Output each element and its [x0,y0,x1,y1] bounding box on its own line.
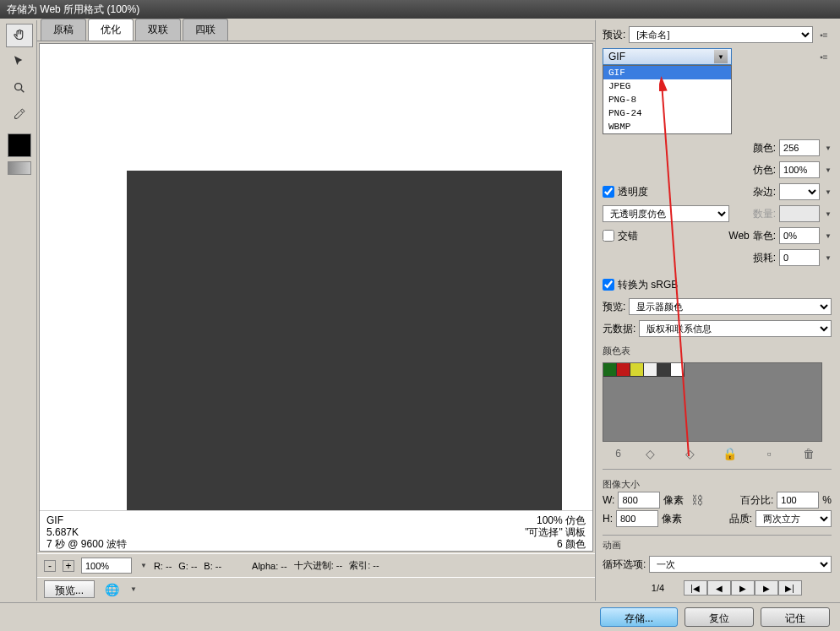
eyedropper-tool[interactable] [6,102,33,126]
info-colors: 6 颜色 [525,538,586,550]
dither-label: 仿色: [753,163,776,177]
interlace-checkbox[interactable]: 交错 [603,229,638,243]
info-time: 7 秒 @ 9600 波特 [46,538,127,550]
lossy-stepper-icon[interactable]: ▼ [825,254,832,262]
percent-sym: % [822,494,832,506]
web-snap-stepper-icon[interactable]: ▼ [825,232,832,240]
hand-tool[interactable] [6,24,33,47]
format-dropdown[interactable]: GIF ▼ GIF JPEG PNG-8 PNG-24 WBMP [603,48,732,65]
info-palette: "可选择" 调板 [525,526,586,538]
info-left: GIF 5.687K 7 秒 @ 9600 波特 [46,514,127,547]
srgb-checkbox[interactable]: 转换为 sRGB [603,278,678,292]
ct-icon-1[interactable]: ◇ [641,445,661,462]
eyedropper-color-swatch[interactable] [8,133,31,157]
transparency-checkbox[interactable]: 透明度 [603,185,648,199]
titlebar: 存储为 Web 所用格式 (100%) [0,0,840,19]
index-value: 索引: -- [349,559,379,572]
slice-visibility-toggle[interactable] [8,161,31,175]
zoom-tool[interactable] [6,76,33,100]
canvas-info: GIF 5.687K 7 秒 @ 9600 波特 100% 仿色 "可选择" 调… [40,510,592,551]
ct-new-icon[interactable]: ▫ [759,445,779,462]
tab-original[interactable]: 原稿 [41,19,86,41]
canvas-area[interactable]: GIF 5.687K 7 秒 @ 9600 波特 100% 仿色 "可选择" 调… [39,43,593,552]
quality-select[interactable]: 两次立方 [755,510,832,527]
dither-stepper-icon[interactable]: ▼ [825,166,832,174]
h-label: H: [603,513,613,525]
hex-value: 十六进制: -- [294,559,342,572]
preview-select[interactable]: 显示器颜色 [629,298,832,315]
matte-dropdown-icon[interactable]: ▼ [825,188,832,196]
tab-2up[interactable]: 双联 [135,19,181,41]
link-icon[interactable]: ⛓ [687,492,707,509]
preview-row: 预览... 🌐 ▼ [37,577,595,601]
save-button[interactable]: 存储... [600,607,678,627]
last-frame-button[interactable]: ▶| [778,580,802,596]
format-option-gif[interactable]: GIF [603,66,731,79]
amount-input [779,205,820,222]
percent-input[interactable] [777,492,819,509]
preview-label: 预览: [603,300,625,314]
format-options-list: GIF JPEG PNG-8 PNG-24 WBMP [603,65,732,134]
colors-label: 颜色: [753,141,776,155]
preset-select[interactable]: [未命名] [629,26,813,43]
color-table[interactable] [603,362,822,442]
minus-icon[interactable]: - [44,560,56,572]
browser-dropdown-icon[interactable]: ▼ [130,585,137,593]
color-count: 6 [615,448,621,460]
matte-label: 杂边: [753,185,776,199]
color-swatch[interactable] [617,363,630,377]
width-input[interactable] [618,492,660,509]
save-for-web-dialog: 存储为 Web 所用格式 (100%) 原稿 优化 双联 四联 GIF [0,0,840,631]
svg-point-0 [14,84,21,90]
lossy-input[interactable] [779,249,820,266]
colors-input[interactable] [779,139,820,156]
w-label: W: [603,494,614,506]
dither-input[interactable] [779,161,820,178]
color-swatch[interactable] [644,363,657,377]
optimize-menu-icon[interactable]: ▪≡ [816,52,832,62]
ct-lock-icon[interactable]: 🔒 [719,445,739,462]
metadata-select[interactable]: 版权和联系信息 [639,320,832,337]
web-snap-input[interactable] [779,227,820,244]
format-option-png8[interactable]: PNG-8 [603,93,731,106]
remember-button[interactable]: 记住 [761,607,830,627]
preset-menu-icon[interactable]: ▪≡ [816,30,832,40]
ct-trash-icon[interactable]: 🗑 [799,445,819,462]
zoom-dropdown-icon[interactable]: ▼ [140,562,147,569]
loop-label: 循环选项: [603,558,646,572]
info-size: 5.687K [46,526,127,538]
zoom-input[interactable] [81,558,132,574]
image-size-label: 图像大小 [603,478,832,491]
browser-icon[interactable]: 🌐 [101,581,122,598]
lossy-label: 损耗: [753,251,776,265]
web-pre-label: Web [728,230,749,242]
height-input[interactable] [616,510,658,527]
format-option-png24[interactable]: PNG-24 [603,106,731,120]
tab-4up[interactable]: 四联 [183,19,228,41]
prev-frame-button[interactable]: ◀ [707,580,731,596]
colors-stepper-icon[interactable]: ▼ [825,144,832,152]
play-button[interactable]: ▶ [731,580,755,596]
next-frame-button[interactable]: ▶ [755,580,778,596]
transparency-dither-select[interactable]: 无透明度仿色 [603,205,729,222]
first-frame-button[interactable]: |◀ [684,580,707,596]
color-swatch[interactable] [671,363,685,377]
reset-button[interactable]: 复位 [685,607,754,627]
color-swatch[interactable] [657,363,671,377]
slice-select-tool[interactable] [6,50,33,73]
format-option-jpeg[interactable]: JPEG [603,79,731,93]
info-dither: 100% 仿色 [525,514,586,526]
plus-icon[interactable]: + [63,560,74,572]
loop-select[interactable]: 一次 [649,556,832,573]
format-option-wbmp[interactable]: WBMP [603,120,731,133]
w-px: 像素 [663,493,684,508]
format-select-button: GIF ▼ [603,48,732,65]
matte-select[interactable] [779,183,820,200]
ct-icon-2[interactable]: ◇ [679,445,700,462]
canvas-image [127,171,562,510]
tab-optimized[interactable]: 优化 [88,19,134,41]
preview-button[interactable]: 预览... [44,580,95,598]
info-right: 100% 仿色 "可选择" 调板 6 颜色 [525,514,586,547]
color-swatch[interactable] [630,363,644,377]
color-swatch[interactable] [603,363,617,377]
